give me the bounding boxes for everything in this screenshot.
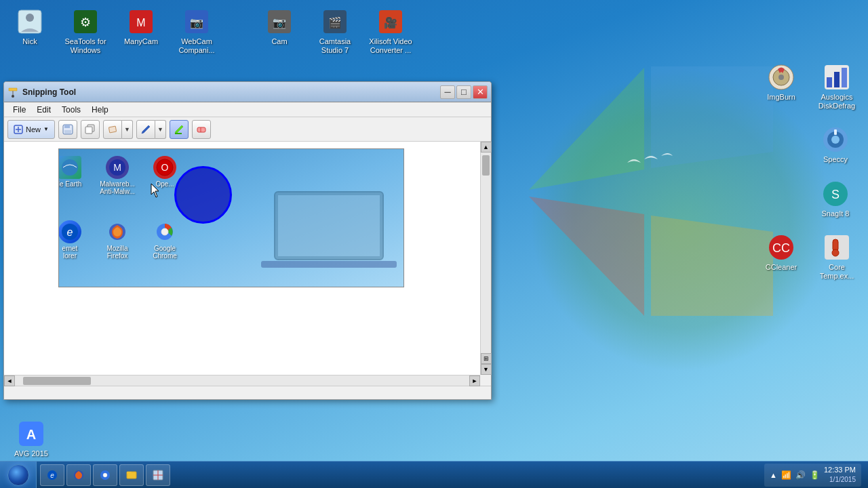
desktop-icon-auslogics[interactable]: Auslogics DiskDefrag [812,61,861,113]
screenshot-content: le Earth M Malwareb... Anti-Malw... [58,148,404,287]
tray-battery-icon: 🔋 [810,470,820,480]
svg-rect-20 [842,68,847,87]
title-left: Snipping Tool [7,87,76,98]
svg-point-48 [62,159,78,176]
pen-icon [140,124,151,135]
svg-point-35 [12,95,14,98]
desktop-icon-nick[interactable]: Nick [5,5,54,49]
scroll-down-button[interactable]: ▼ [481,364,492,375]
ccleaner-label: CCleaner [766,263,797,272]
start-button[interactable] [0,462,37,489]
imgburn-label: ImgBurn [767,93,795,102]
new-button-label: New [26,125,41,134]
vertical-scrollbar[interactable]: ▲ ⊞ ▼ [480,142,491,375]
coretemp-label: Core Temp.ex... [815,263,859,281]
auslogics-icon [823,64,850,91]
laptop-hint [254,185,404,287]
desktop-icon-ccleaner[interactable]: CC CCleaner [757,231,806,283]
desktop-icon-coretemp[interactable]: Core Temp.ex... [812,231,861,283]
menu-file[interactable]: File [7,104,31,116]
desktop-icons-right: ImgBurn Auslogics DiskDefrag [757,61,861,283]
menu-edit[interactable]: Edit [31,104,56,116]
scroll-right-button[interactable]: ► [469,375,480,386]
svg-text:⚙: ⚙ [80,16,91,29]
new-button[interactable]: New ▼ [7,120,55,139]
pen-dropdown[interactable]: ▼ [155,120,166,139]
tray-network-icon: 📶 [781,470,791,480]
window-title: Snipping Tool [22,87,76,97]
svg-rect-46 [197,127,205,132]
horizontal-scrollbar[interactable]: ◄ ► [4,375,480,386]
desktop-icon-seatools[interactable]: ⚙ SeaTools for Windows [61,5,110,58]
taskbar-explorer[interactable] [119,464,144,486]
pen-button[interactable] [136,120,155,139]
window-titlebar: Snipping Tool ─ □ ✕ [4,82,491,102]
webcam-label: WebCam Compani... [175,37,218,55]
snagit-icon: S [822,180,849,207]
svg-rect-44 [108,126,116,133]
taskbar-snipping-icon [152,469,164,481]
camtasia-label: Camtasia Studio 7 [313,37,357,55]
taskbar-firefox[interactable] [66,464,91,486]
taskbar-snipping[interactable] [146,464,170,486]
seatools-icon: ⚙ [72,8,99,35]
imgburn-icon [768,64,795,91]
svg-text:M: M [113,162,121,173]
svg-text:e: e [50,472,54,479]
save-button[interactable] [58,120,77,139]
save-icon [62,124,73,135]
menu-bar: File Edit Tools Help [4,102,491,117]
taskbar-ie[interactable]: e [40,464,64,486]
desktop-icon-webcam[interactable]: 📷 WebCam Compani... [172,5,221,58]
svg-point-58 [161,228,168,235]
scroll-up-button[interactable]: ▲ [481,142,492,152]
webcam-icon: 📷 [183,8,210,35]
canvas-container: le Earth M Malwareb... Anti-Malw... [4,142,491,386]
highlighter-button[interactable] [170,120,189,139]
taskbar-items: e [37,462,757,488]
desktop-icon-avg[interactable]: A AVG 2015 [7,418,56,461]
manycam-label: ManyCam [124,37,158,46]
status-bar [4,386,491,399]
desktop-icon-cam[interactable]: 📷 Cam [255,5,304,49]
ss-label-google-earth: le Earth [58,180,81,188]
maximize-button[interactable]: □ [456,85,471,99]
taskbar-firefox-icon [73,469,85,481]
ss-icon-ie: e ernetlorer [58,220,91,260]
scroll-thumb-vertical[interactable] [482,155,490,176]
close-button[interactable]: ✕ [473,85,488,99]
svg-text:🎬: 🎬 [328,16,342,29]
menu-help[interactable]: Help [86,104,114,116]
eraser-dropdown[interactable]: ▼ [122,120,133,139]
eraser-button[interactable] [103,120,122,139]
scroll-thumb-horizontal[interactable] [23,377,91,385]
highlighter-icon [174,124,184,135]
cursor [150,182,161,201]
taskbar-chrome[interactable] [93,464,117,486]
eraser2-button[interactable] [192,120,211,139]
eraser-icon [107,124,118,135]
minimize-button[interactable]: ─ [440,85,455,99]
scroll-resize-corner[interactable]: ⊞ [481,353,492,364]
speccy-icon [822,126,849,153]
copy-button[interactable] [81,120,100,139]
desktop-icon-xilisoft[interactable]: 🎥 Xilisoft Video Converter ... [366,5,415,58]
taskbar-right: ▲ 📶 🔊 🔋 12:33 PM 1/1/2015 [757,462,868,488]
clock[interactable]: 12:33 PM 1/1/2015 [824,465,856,485]
snagit-label: SnagIt 8 [822,209,850,218]
desktop-icon-camtasia[interactable]: 🎬 Camtasia Studio 7 [311,5,359,58]
scroll-left-button[interactable]: ◄ [4,375,15,386]
tray-expand-icon[interactable]: ▲ [770,471,777,479]
ss-label-ie: ernetlorer [62,245,78,260]
ss-icon-chrome: Google Chrome [144,220,186,260]
snipping-tool-window: Snipping Tool ─ □ ✕ File Edit Tools Help [3,81,492,400]
screenshot-inner: le Earth M Malwareb... Anti-Malw... [59,149,403,287]
desktop-icon-speccy[interactable]: Speccy [811,123,860,167]
svg-rect-45 [175,133,182,134]
desktop-icon-snagit[interactable]: S SnagIt 8 [811,178,860,221]
desktop-icon-manycam[interactable]: M ManyCam [117,5,165,49]
desktop-icon-imgburn[interactable]: ImgBurn [757,61,806,113]
menu-tools[interactable]: Tools [56,104,86,116]
coretemp-icon [823,234,850,261]
svg-text:📷: 📷 [190,16,203,29]
